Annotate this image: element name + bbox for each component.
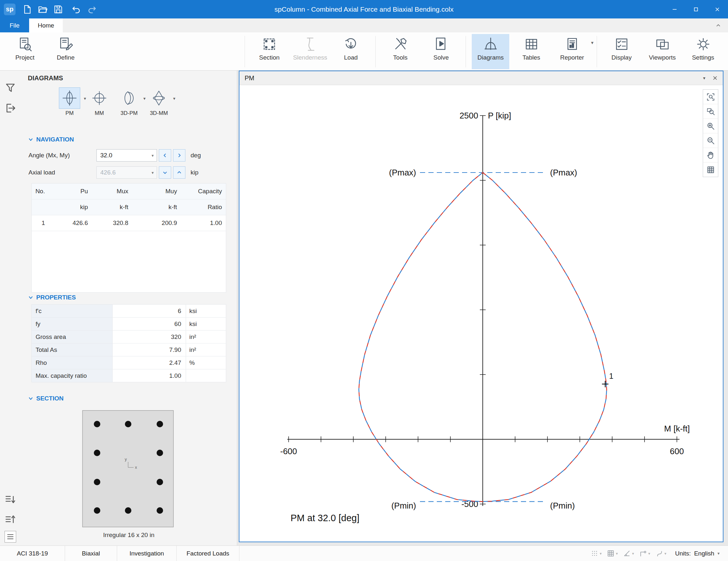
- zoom-window-button[interactable]: [703, 104, 718, 119]
- list-collapse-icon[interactable]: [5, 494, 16, 506]
- filter-icon[interactable]: [5, 82, 16, 94]
- ribbon-button-tables[interactable]: Tables: [513, 34, 550, 69]
- p-axis-max-label: 2500: [459, 111, 478, 120]
- property-value: 7.90: [113, 344, 186, 356]
- rebar-dot: [94, 507, 100, 514]
- properties-section-header[interactable]: PROPERTIES: [21, 292, 76, 303]
- rebar-dot: [94, 479, 100, 485]
- status-snap-tools: ▾▾▾▾▾: [588, 546, 668, 561]
- units-value: English: [694, 550, 714, 557]
- rebar-dot: [157, 507, 163, 514]
- ribbon-button-viewports[interactable]: Viewports: [644, 34, 681, 69]
- chevron-down-icon: ▾: [151, 153, 154, 158]
- pm-chart-area[interactable]: 2500P [kip]-500-600600M [k-ft](Pmax)(Pma…: [239, 85, 723, 542]
- ribbon-button-settings[interactable]: Settings: [684, 34, 722, 69]
- save-file-button[interactable]: [53, 4, 63, 15]
- units-control[interactable]: Units: English ▾: [669, 546, 728, 561]
- status-mode-investigation[interactable]: Investigation: [117, 546, 177, 561]
- window-title: spColumn - Combined Axial Force and Biax…: [0, 5, 728, 13]
- diagram-mode-3d-mm[interactable]: 3D-MM▾: [148, 87, 170, 121]
- navigation-section-header[interactable]: NAVIGATION: [21, 134, 74, 145]
- load-points-table[interactable]: No.PuMuxMuyCapacitykipk-ftk-ftRatio1426.…: [32, 183, 226, 231]
- zoom-in-button[interactable]: [703, 119, 718, 133]
- pm-panel-close-button[interactable]: [712, 75, 718, 81]
- redo-button[interactable]: [87, 4, 97, 15]
- close-button[interactable]: [707, 0, 728, 18]
- chevron-down-icon[interactable]: ▾: [591, 40, 594, 46]
- tab-file[interactable]: File: [0, 18, 29, 32]
- property-label: Rho: [32, 357, 113, 369]
- ribbon-button-define[interactable]: Define: [47, 34, 84, 69]
- snap-curve-button[interactable]: ▾: [653, 549, 669, 557]
- angle-next-button[interactable]: [173, 149, 185, 161]
- pm-diagram-icon: [59, 87, 80, 109]
- property-unit: %: [186, 357, 226, 369]
- pm-chart: 2500P [kip]-500-600600M [k-ft](Pmax)(Pma…: [239, 85, 723, 542]
- chevron-down-icon[interactable]: ▾: [173, 96, 175, 101]
- pmin-label-right: (Pmin): [550, 501, 575, 511]
- minimize-button[interactable]: [664, 0, 685, 18]
- pm-diagram-panel: PM ▾ 2500P [kip]-500-600600M [k-ft](Pmax…: [239, 71, 723, 542]
- angle-combobox[interactable]: 32.0 ▾: [96, 149, 157, 161]
- m-axis-min-label: -600: [280, 446, 297, 456]
- chevron-down-icon[interactable]: ▾: [143, 96, 146, 101]
- angle-prev-button[interactable]: [159, 149, 171, 161]
- export-icon[interactable]: [5, 102, 16, 114]
- axial-load-up-button[interactable]: [173, 166, 185, 179]
- zoom-out-button[interactable]: [703, 133, 718, 148]
- maximize-button[interactable]: [685, 0, 707, 18]
- slenderness-icon: [303, 37, 318, 52]
- chevron-down-icon: ▾: [717, 551, 720, 556]
- property-unit: in²: [186, 344, 226, 356]
- section-drawing: yx: [82, 410, 174, 527]
- ribbon-button-project[interactable]: Project: [6, 34, 44, 69]
- open-file-button[interactable]: [38, 4, 48, 15]
- status-mode-aci-318-19[interactable]: ACI 318-19: [0, 546, 65, 561]
- ribbon-button-solve[interactable]: Solve: [422, 34, 460, 69]
- snap-node-button[interactable]: ▾: [637, 549, 653, 557]
- property-row: Total As7.90in²: [32, 344, 226, 357]
- ribbon-button-reporter[interactable]: Reporter▾: [553, 34, 591, 69]
- rebar-dot: [157, 421, 163, 427]
- ribbon-button-display[interactable]: Display: [603, 34, 640, 69]
- zoom-extents-button[interactable]: [703, 90, 718, 104]
- menu-icon[interactable]: [5, 531, 16, 543]
- status-mode-factored-loads[interactable]: Factored Loads: [177, 546, 239, 561]
- section-section-header[interactable]: SECTION: [21, 393, 63, 404]
- property-label: f'c: [32, 305, 113, 317]
- property-unit: ksi: [186, 305, 226, 317]
- ribbon-button-diagrams[interactable]: Diagrams: [472, 34, 509, 69]
- diagram-mode-pm[interactable]: PM▾: [59, 87, 80, 121]
- pm-panel-menu-button[interactable]: ▾: [703, 75, 705, 81]
- dots-grid-button[interactable]: ▾: [588, 549, 604, 557]
- property-value: 6: [113, 305, 186, 317]
- zoom-out-icon: [706, 136, 715, 145]
- pm-panel-title: PM: [245, 74, 254, 82]
- grid-button[interactable]: [703, 162, 718, 177]
- pan-button[interactable]: [703, 148, 718, 162]
- ribbon-button-tools[interactable]: Tools: [381, 34, 419, 69]
- property-label: Max. capacity ratio: [32, 369, 113, 382]
- svg-text:y: y: [125, 457, 127, 462]
- list-expand-icon[interactable]: [5, 513, 16, 525]
- grid-button[interactable]: ▾: [604, 549, 620, 557]
- pmax-label-left: (Pmax): [389, 168, 416, 177]
- chevron-down-icon[interactable]: ▾: [84, 96, 86, 101]
- status-mode-biaxial[interactable]: Biaxial: [65, 546, 117, 561]
- mm-diagram-icon: [89, 87, 110, 109]
- diagram-mode-3d-pm[interactable]: 3D-PM▾: [118, 87, 140, 121]
- new-file-button[interactable]: [22, 4, 32, 15]
- pm3d-diagram-icon: [118, 87, 140, 109]
- ribbon-collapse-button[interactable]: [709, 18, 728, 32]
- m-axis-max-label: 600: [670, 446, 684, 456]
- snap-angle-button[interactable]: ▾: [621, 549, 636, 557]
- undo-button[interactable]: [71, 4, 82, 15]
- property-row: Max. capacity ratio1.00: [32, 369, 226, 382]
- ribbon-button-section[interactable]: Section: [250, 34, 288, 69]
- settings-icon: [696, 37, 711, 52]
- axial-load-down-button[interactable]: [159, 166, 171, 179]
- tab-home[interactable]: Home: [29, 18, 63, 32]
- ribbon-button-load[interactable]: Load: [332, 34, 370, 69]
- diagram-mode-mm[interactable]: MM: [89, 87, 110, 121]
- diagrams-icon: [483, 37, 498, 52]
